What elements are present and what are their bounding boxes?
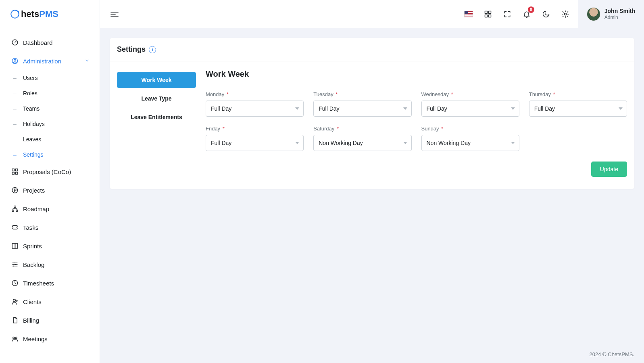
sidebar-sub-settings[interactable]: – Settings bbox=[0, 147, 100, 162]
field-label: Monday * bbox=[206, 91, 304, 97]
button-label: Update bbox=[600, 166, 618, 172]
update-button[interactable]: Update bbox=[591, 162, 627, 177]
caret-down-icon bbox=[295, 107, 299, 110]
info-icon[interactable]: i bbox=[149, 46, 156, 53]
sidebar-sub-holidays[interactable]: – Holidays bbox=[0, 116, 100, 132]
dash-icon: – bbox=[11, 75, 19, 81]
svg-point-26 bbox=[15, 337, 17, 339]
language-button[interactable] bbox=[464, 10, 473, 19]
sidebar-sub-users[interactable]: – Users bbox=[0, 70, 100, 86]
caret-down-icon bbox=[403, 142, 407, 144]
fullscreen-icon bbox=[503, 10, 511, 18]
field-label: Saturday * bbox=[313, 126, 411, 132]
brand-logo[interactable]: hetsPMS bbox=[0, 0, 100, 28]
work-week-panel: Work Week Monday * Full Day bbox=[206, 69, 627, 177]
sidebar-item-projects[interactable]: Projects bbox=[0, 181, 100, 199]
field-wednesday: Wednesday * Full Day bbox=[421, 91, 519, 117]
sidebar-item-meetings[interactable]: Meetings bbox=[0, 329, 100, 348]
file-icon bbox=[11, 317, 19, 324]
sidebar: hetsPMS Dashboard Administration bbox=[0, 0, 100, 363]
sidebar-item-label: Clients bbox=[23, 298, 90, 305]
field-thursday: Thursday * Full Day bbox=[529, 91, 627, 117]
content-area: Settings i Work Week Leave Type Leave En… bbox=[100, 28, 644, 363]
chevron-down-icon bbox=[84, 58, 90, 65]
user-icon bbox=[11, 298, 19, 305]
svg-rect-13 bbox=[12, 243, 18, 248]
sidebar-item-proposals[interactable]: Proposals (CoCo) bbox=[0, 162, 100, 181]
sidebar-sub-roles[interactable]: – Roles bbox=[0, 86, 100, 101]
sidebar-sub-teams[interactable]: – Teams bbox=[0, 101, 100, 116]
tab-label: Work Week bbox=[142, 77, 172, 83]
field-saturday: Saturday * Non Working Day bbox=[313, 126, 411, 151]
user-menu[interactable]: John Smith Admin bbox=[578, 0, 644, 28]
hamburger-icon bbox=[110, 9, 119, 19]
avatar bbox=[587, 7, 600, 21]
card-header: Settings i bbox=[110, 38, 634, 61]
tab-label: Leave Entitlements bbox=[131, 114, 182, 120]
settings-button[interactable] bbox=[561, 10, 570, 19]
select-saturday[interactable]: Non Working Day bbox=[313, 135, 411, 151]
sidebar-item-label: Administration bbox=[23, 58, 84, 65]
required-mark: * bbox=[336, 91, 338, 97]
svg-rect-33 bbox=[488, 15, 491, 17]
required-mark: * bbox=[337, 126, 339, 132]
sidebar-item-tasks[interactable]: Tasks bbox=[0, 218, 100, 237]
notification-badge: 0 bbox=[528, 6, 534, 13]
sidebar-sub-label: Settings bbox=[23, 151, 44, 158]
menu-toggle-button[interactable] bbox=[110, 9, 119, 19]
svg-point-19 bbox=[14, 262, 15, 263]
tab-leave-type[interactable]: Leave Type bbox=[117, 90, 196, 107]
required-mark: * bbox=[553, 91, 555, 97]
select-sunday[interactable]: Non Working Day bbox=[421, 135, 519, 151]
notifications-button[interactable]: 0 bbox=[522, 10, 531, 19]
select-thursday[interactable]: Full Day bbox=[529, 101, 627, 117]
nav-list: Dashboard Administration – Users – Roles bbox=[0, 28, 100, 363]
field-label: Sunday * bbox=[421, 126, 519, 132]
svg-rect-30 bbox=[485, 11, 487, 13]
field-sunday: Sunday * Non Working Day bbox=[421, 126, 519, 151]
select-value: Full Day bbox=[211, 105, 231, 112]
days-grid: Monday * Full Day Tuesday * Full Day bbox=[206, 91, 627, 151]
user-name: John Smith bbox=[604, 8, 635, 15]
sidebar-sub-label: Holidays bbox=[23, 121, 45, 127]
svg-rect-8 bbox=[16, 172, 18, 174]
main-column: 0 John Smith Admin Settings bbox=[100, 0, 644, 363]
caret-down-icon bbox=[511, 107, 515, 110]
moon-icon bbox=[542, 10, 550, 18]
sidebar-item-sprints[interactable]: Sprints bbox=[0, 237, 100, 255]
dash-icon: – bbox=[11, 151, 19, 158]
sidebar-item-clients[interactable]: Clients bbox=[0, 292, 100, 311]
select-tuesday[interactable]: Full Day bbox=[313, 101, 411, 117]
select-monday[interactable]: Full Day bbox=[206, 101, 304, 117]
tab-leave-entitlements[interactable]: Leave Entitlements bbox=[117, 109, 196, 125]
select-value: Full Day bbox=[211, 140, 231, 146]
page-title: Settings bbox=[117, 45, 146, 54]
sidebar-sub-label: Teams bbox=[23, 105, 40, 112]
gauge-icon bbox=[11, 39, 19, 46]
sidebar-item-billing[interactable]: Billing bbox=[0, 311, 100, 329]
apps-button[interactable] bbox=[484, 10, 492, 19]
field-tuesday: Tuesday * Full Day bbox=[313, 91, 411, 117]
dash-icon: – bbox=[11, 105, 19, 112]
sidebar-item-administration[interactable]: Administration bbox=[0, 52, 100, 70]
theme-toggle-button[interactable] bbox=[542, 10, 550, 19]
sidebar-item-dashboard[interactable]: Dashboard bbox=[0, 33, 100, 52]
fullscreen-button[interactable] bbox=[503, 10, 512, 19]
sidebar-item-roadmap[interactable]: Roadmap bbox=[0, 199, 100, 218]
select-friday[interactable]: Full Day bbox=[206, 135, 304, 151]
tab-work-week[interactable]: Work Week bbox=[117, 72, 196, 88]
field-label: Friday * bbox=[206, 126, 304, 132]
sidebar-item-label: Roadmap bbox=[23, 206, 90, 212]
select-wednesday[interactable]: Full Day bbox=[421, 101, 519, 117]
sidebar-item-label: Sprints bbox=[23, 243, 90, 250]
sidebar-item-label: Meetings bbox=[23, 336, 90, 342]
svg-point-1 bbox=[18, 11, 19, 13]
field-friday: Friday * Full Day bbox=[206, 126, 304, 151]
sidebar-sub-leaves[interactable]: – Leaves bbox=[0, 132, 100, 147]
sidebar-item-backlog[interactable]: Backlog bbox=[0, 255, 100, 274]
svg-point-9 bbox=[12, 187, 18, 193]
ticket-icon bbox=[11, 224, 19, 231]
sidebar-sub-label: Leaves bbox=[23, 136, 41, 143]
sidebar-item-timesheets[interactable]: Timesheets bbox=[0, 274, 100, 292]
svg-point-24 bbox=[16, 300, 17, 301]
